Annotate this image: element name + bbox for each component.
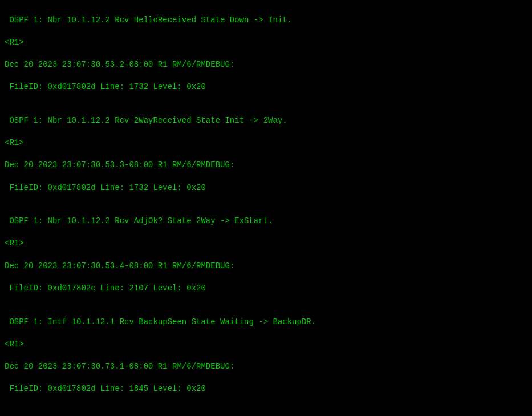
terminal-line: <R1> [5, 238, 527, 249]
terminal-line: FileID: 0xd017802d Line: 1845 Level: 0x2… [5, 383, 527, 395]
empty-line [5, 406, 527, 416]
terminal-line: Dec 20 2023 23:07:30.53.3-08:00 R1 RM/6/… [5, 160, 527, 171]
empty-line [5, 104, 527, 115]
terminal-line: FileID: 0xd017802d Line: 1732 Level: 0x2… [5, 82, 527, 93]
terminal-line: <R1> [5, 138, 527, 149]
terminal-line: FileID: 0xd017802c Line: 2107 Level: 0x2… [5, 283, 527, 294]
terminal-line: Dec 20 2023 23:07:30.53.4-08:00 R1 RM/6/… [5, 261, 527, 272]
empty-line [5, 305, 527, 317]
terminal-output: OSPF 1: Nbr 10.1.12.2 Rcv HelloReceived … [0, 2, 532, 416]
terminal-line: OSPF 1: Nbr 10.1.12.2 Rcv 2WayReceived S… [5, 115, 527, 127]
terminal-line: Dec 20 2023 23:07:30.53.2-08:00 R1 RM/6/… [5, 59, 527, 71]
empty-line [5, 205, 527, 216]
terminal-line: Dec 20 2023 23:07:30.73.1-08:00 R1 RM/6/… [5, 361, 527, 373]
terminal-line: OSPF 1: Nbr 10.1.12.2 Rcv AdjOk? State 2… [5, 216, 527, 227]
terminal-line: OSPF 1: Intf 10.1.12.1 Rcv BackupSeen St… [5, 317, 527, 328]
terminal-line: OSPF 1: Nbr 10.1.12.2 Rcv HelloReceived … [5, 15, 527, 26]
terminal-line: FileID: 0xd017802d Line: 1732 Level: 0x2… [5, 183, 527, 194]
terminal-line: <R1> [5, 37, 527, 49]
terminal-line: <R1> [5, 339, 527, 350]
